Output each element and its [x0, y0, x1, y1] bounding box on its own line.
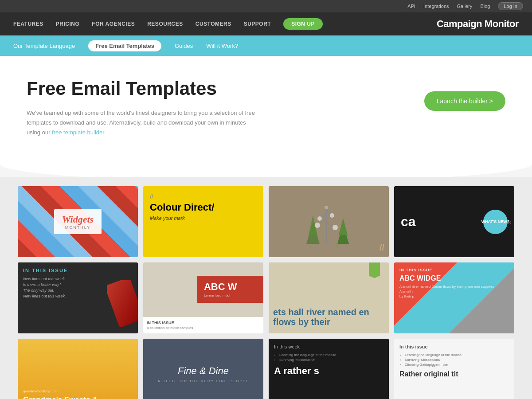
hero-description: We've teamed up with some of the world's… [27, 108, 257, 137]
top-bar: API Integrations Gallery Blog Log In [0, 0, 532, 12]
abc2-item-2: A small r [399, 289, 509, 293]
gallery-link[interactable]: Gallery [457, 4, 473, 9]
nav-features[interactable]: FEATURES [13, 21, 43, 27]
issue-item-2: Surviving 'Mosselukita' [405, 358, 509, 362]
abc-red-block: ABC W Lorem ipsum dol [197, 276, 263, 303]
week-item-2: Surviving 'Mosselukita' [279, 358, 383, 362]
template-card-river[interactable]: ets hall river named en flows by their [269, 262, 389, 333]
template-card-nature[interactable]: // [269, 186, 389, 257]
template-card-fine[interactable]: Fine & Dine A CLUB FOR THE VERY FINE PEO… [143, 339, 263, 399]
abc-header: IN THIS ISSUE A collection of textile sa… [143, 317, 263, 333]
sub-nav: Our Template Language Free Email Templat… [0, 35, 532, 56]
abc2-title: ABC WIDGE [399, 274, 509, 282]
template-card-colour[interactable]: // Colour Direct/ Make your mark [143, 186, 263, 257]
hero-text: Free Email Templates We've teamed up wit… [27, 78, 257, 137]
colour-sub: Make your mark [150, 215, 257, 221]
subnav-guides[interactable]: Guides [175, 43, 193, 49]
nature-slash: // [379, 243, 384, 253]
page-title: Free Email Templates [27, 78, 257, 99]
grandma-title: Grandma's Sweets & [23, 395, 133, 399]
svg-point-14 [309, 245, 312, 247]
widgets-sub: Monthly [62, 225, 94, 230]
templates-section: Widgets Monthly // Colour Direct/ Make y… [0, 177, 532, 399]
login-button[interactable]: Log In [498, 2, 523, 10]
issue-title: Rather original tit [399, 370, 509, 378]
api-link[interactable]: API [407, 4, 415, 9]
svg-point-8 [315, 223, 320, 228]
fine-title: Fine & Dine [178, 365, 229, 377]
issue-items: Learning the language of the moose Survi… [399, 353, 509, 367]
skate-image [107, 280, 138, 333]
templates-grid-row3: grandma'scollege.com Grandma's Sweets & … [18, 339, 514, 399]
launch-builder-button[interactable]: Launch the builder > [424, 91, 505, 111]
subnav-will-it-work[interactable]: Will it Work? [206, 43, 238, 49]
wave-divider [0, 155, 532, 177]
brand-logo[interactable]: Campaign Monitor [437, 18, 519, 30]
svg-point-7 [325, 206, 328, 209]
issue-item-1: Learning the language of the moose [405, 353, 509, 357]
template-card-skate[interactable]: IN THIS ISSUE New lines out this week. I… [18, 262, 138, 333]
template-card-grandma[interactable]: grandma'scollege.com Grandma's Sweets & [18, 339, 138, 399]
template-card-widgets[interactable]: Widgets Monthly [18, 186, 138, 257]
abc-letters: ABC W [204, 281, 257, 293]
nav-resources[interactable]: RESOURCES [147, 21, 183, 27]
template-card-abc2[interactable]: IN THIS ISSUE ABC WIDGE A small river na… [394, 262, 514, 333]
grandma-url: grandma'scollege.com [23, 389, 133, 393]
nav-agencies[interactable]: FOR AGENCIES [92, 21, 135, 27]
template-card-issue[interactable]: In this issue Learning the language of t… [394, 339, 514, 399]
subnav-free-templates[interactable]: Free Email Templates [88, 40, 161, 51]
abc2-items: A small river named Duden flows by their… [399, 285, 509, 298]
skate-header: IN THIS ISSUE [23, 268, 133, 273]
abc2-header: IN THIS ISSUE [399, 268, 509, 272]
svg-point-11 [330, 213, 334, 218]
hero-section: Free Email Templates We've teamed up wit… [0, 56, 532, 155]
template-card-abc-textile[interactable]: ABC W Lorem ipsum dol IN THIS ISSUE A co… [143, 262, 263, 333]
week-header: In this week [274, 344, 383, 349]
widgets-title: Widgets [62, 214, 94, 225]
signup-button[interactable]: SIGN UP [283, 18, 323, 30]
issue-item-3: Climbing Galdapiggen - the [405, 363, 509, 367]
fine-sub: A CLUB FOR THE VERY FINE PEOPLE [157, 379, 249, 383]
templates-grid-row2: IN THIS ISSUE New lines out this week. I… [18, 262, 514, 333]
svg-point-10 [317, 216, 322, 221]
week-item-1: Learning the language of the moose [279, 353, 383, 357]
river-ribbon [369, 262, 380, 278]
template-card-dark[interactable]: ca «« WHAT'S NEW? [394, 186, 514, 257]
main-nav: FEATURES PRICING FOR AGENCIES RESOURCES … [0, 12, 532, 35]
week-title: A rather s [274, 365, 383, 377]
svg-point-15 [336, 245, 339, 247]
colour-title: Colour Direct/ [150, 202, 257, 213]
colour-tagline: // [150, 193, 257, 200]
dark-text: ca [401, 214, 415, 229]
river-title: ets hall river named en flows by their [273, 307, 384, 327]
subnav-template-language[interactable]: Our Template Language [13, 43, 75, 49]
week-items: Learning the language of the moose Survi… [274, 353, 383, 362]
nav-links: FEATURES PRICING FOR AGENCIES RESOURCES … [13, 18, 437, 30]
blog-link[interactable]: Blog [480, 4, 490, 9]
template-builder-link[interactable]: free template builder. [52, 129, 106, 136]
svg-point-9 [332, 225, 338, 230]
abc2-item-1: A small river named Duden flows by their… [399, 285, 509, 289]
template-card-week[interactable]: In this week Learning the language of th… [269, 339, 389, 399]
tree-icon [297, 191, 355, 253]
dark-arrows-icon: «« [502, 217, 512, 227]
nav-customers[interactable]: CUSTOMERS [196, 21, 231, 27]
abc-lorem: Lorem ipsum dol [204, 293, 257, 297]
templates-grid-row1: Widgets Monthly // Colour Direct/ Make y… [18, 186, 514, 257]
nav-support[interactable]: SUPPORT [244, 21, 271, 27]
nav-pricing[interactable]: PRICING [56, 21, 80, 27]
integrations-link[interactable]: Integrations [423, 4, 449, 9]
abc2-item-3: by their p [399, 294, 509, 298]
issue-header: In this issue [399, 344, 509, 349]
svg-marker-13 [339, 218, 348, 235]
